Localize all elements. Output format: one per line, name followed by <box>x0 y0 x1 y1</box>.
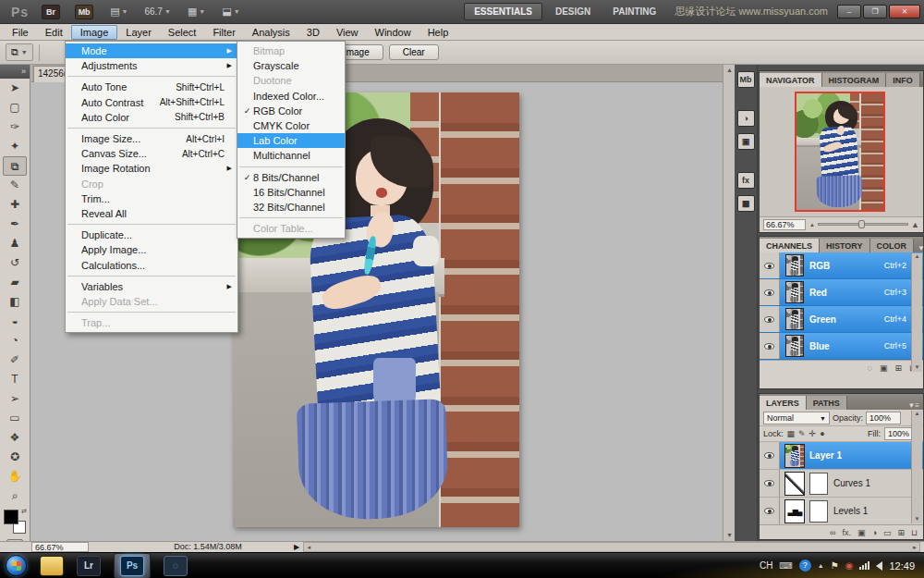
marquee-tool[interactable]: ▢ <box>3 98 27 117</box>
layer-mask-thumbnail[interactable] <box>809 500 828 523</box>
tab-color[interactable]: COLOR <box>870 239 915 252</box>
tab-info[interactable]: INFO <box>886 73 920 87</box>
menu-item-multichannel[interactable]: Multichannel <box>237 148 345 163</box>
visibility-toggle[interactable] <box>760 279 780 305</box>
menu-item-mode[interactable]: Mode ▶ <box>66 43 237 58</box>
menu-item-adjustments[interactable]: Adjustments ▶ <box>66 58 237 73</box>
blend-mode-dropdown[interactable]: Normal ▼ <box>763 412 830 424</box>
network-signal-icon[interactable] <box>859 561 869 570</box>
menu-analysis[interactable]: Analysis <box>244 26 298 39</box>
panel-scrollbar[interactable]: ▲ ▼ <box>911 411 922 523</box>
lightroom-taskbar-icon[interactable]: Lr <box>77 556 101 576</box>
layer-mask-thumbnail[interactable] <box>809 473 828 495</box>
tools-collapse-button[interactable]: » <box>0 65 30 79</box>
scroll-right-icon[interactable]: ► <box>912 545 918 550</box>
add-mask-icon[interactable]: ▣ <box>857 528 866 537</box>
workspace-design[interactable]: DESIGN <box>546 4 600 19</box>
shape-tool[interactable]: ▭ <box>3 409 27 428</box>
zoom-in-icon[interactable]: ▲ <box>911 220 919 229</box>
menu-item-indexed-color[interactable]: Indexed Color... <box>237 89 345 104</box>
workspace-painting[interactable]: PAINTING <box>603 4 665 19</box>
opacity-field[interactable]: 100% <box>866 412 901 424</box>
panel-menu-icon[interactable]: ▼≡ <box>914 244 924 252</box>
hand-tool[interactable]: ✋ <box>3 467 27 486</box>
menu-view[interactable]: View <box>328 26 367 39</box>
close-button[interactable]: ✕ <box>889 5 920 18</box>
bridge-button[interactable]: Br <box>42 5 60 19</box>
orbit-3d-tool[interactable]: ✪ <box>3 448 27 467</box>
history-brush-tool[interactable]: ↺ <box>3 253 27 273</box>
menu-item-cmyk-color[interactable]: CMYK Color <box>237 118 345 133</box>
save-selection-as-channel-icon[interactable]: ▣ <box>880 363 888 373</box>
panel-menu-icon[interactable]: ▼≡ <box>904 401 923 410</box>
visibility-toggle[interactable] <box>760 442 780 469</box>
clear-button[interactable]: Clear <box>389 44 439 60</box>
gradient-tool[interactable]: ◧ <box>3 292 27 312</box>
visibility-toggle[interactable] <box>760 470 780 497</box>
menu-item-image-size[interactable]: Image Size... Alt+Ctrl+I <box>66 131 237 146</box>
volume-icon[interactable] <box>876 561 882 571</box>
mini-bridge-panel-icon[interactable]: Mb <box>737 71 755 88</box>
navigator-proxy-view[interactable] <box>795 92 885 212</box>
menu-item-image-rotation[interactable]: Image Rotation ▶ <box>66 161 237 176</box>
menu-layer[interactable]: Layer <box>117 26 160 39</box>
rotate-3d-tool[interactable]: ❖ <box>3 428 27 448</box>
pen-tool[interactable]: ✐ <box>3 350 27 370</box>
load-channel-selection-icon[interactable]: ◌ <box>868 363 872 373</box>
navigator-zoom-field[interactable]: 66.67% <box>763 219 806 230</box>
arrange-documents-button[interactable]: ▦ ▼ <box>188 6 205 18</box>
zoom-slider-thumb[interactable] <box>858 220 865 228</box>
menu-3d[interactable]: 3D <box>298 26 328 39</box>
explorer-taskbar-icon[interactable] <box>40 556 64 576</box>
lock-position-icon[interactable]: ✛ <box>809 429 817 438</box>
zoom-slider[interactable] <box>818 223 908 226</box>
visibility-toggle[interactable] <box>760 333 780 359</box>
tab-channels[interactable]: CHANNELS <box>760 239 820 252</box>
path-selection-tool[interactable]: ➢ <box>3 389 27 409</box>
tab-histogram[interactable]: HISTOGRAM <box>822 73 887 87</box>
menu-item-auto-color[interactable]: Auto Color Shift+Ctrl+B <box>66 110 237 125</box>
eyedropper-tool[interactable]: ✎ <box>3 176 27 195</box>
brush-tool[interactable]: ✒ <box>3 215 27 234</box>
menu-item-apply-image[interactable]: Apply Image... <box>66 242 237 257</box>
layer-row-levels1[interactable]: ▃▆▄ Levels 1 <box>760 498 923 525</box>
media-tray-icon[interactable]: ◉ <box>845 560 854 571</box>
link-layers-icon[interactable]: ∞ <box>830 528 835 537</box>
status-options-icon[interactable]: ▶ <box>294 543 299 551</box>
channel-row-rgb[interactable]: RGB Ctrl+2 <box>760 252 923 279</box>
layer-row-curves1[interactable]: Curves 1 <box>760 470 923 498</box>
lock-pixels-icon[interactable]: ✎ <box>798 429 806 438</box>
channel-row-green[interactable]: Green Ctrl+4 <box>760 306 923 333</box>
new-layer-icon[interactable]: ⊞ <box>897 528 905 537</box>
crop-tool-preset[interactable]: ⧉ ▼ <box>6 43 33 61</box>
start-button[interactable] <box>6 555 27 576</box>
channel-row-red[interactable]: Red Ctrl+3 <box>760 279 923 306</box>
minimize-button[interactable]: – <box>837 5 861 18</box>
workspace-essentials[interactable]: ESSENTIALS <box>464 3 542 20</box>
panel-menu-icon[interactable]: ▼≡ <box>920 79 924 87</box>
clock[interactable]: 12:49 <box>889 560 915 572</box>
menu-select[interactable]: Select <box>160 26 205 39</box>
new-channel-icon[interactable]: ⊞ <box>894 363 902 373</box>
spot-healing-tool[interactable]: ✚ <box>3 195 27 215</box>
blur-tool[interactable]: ◒ <box>3 312 27 331</box>
menu-item-lab-color[interactable]: Lab Color <box>237 133 345 148</box>
menu-item-trim[interactable]: Trim... <box>66 191 237 206</box>
visibility-toggle[interactable] <box>760 252 780 278</box>
status-zoom-field[interactable]: 66.67% <box>31 542 89 552</box>
styles-panel-icon[interactable]: fx <box>737 172 755 189</box>
channel-row-blue[interactable]: Blue Ctrl+5 <box>760 333 923 360</box>
foreground-color-swatch[interactable] <box>4 510 18 524</box>
help-tray-icon[interactable]: ? <box>799 560 811 572</box>
dodge-tool[interactable]: ◔ <box>3 331 27 350</box>
restore-button[interactable]: ❐ <box>863 5 887 18</box>
lock-all-icon[interactable]: ● <box>820 429 824 438</box>
menu-item-duplicate[interactable]: Duplicate... <box>66 228 237 242</box>
layer-style-icon[interactable]: fx. <box>842 528 851 537</box>
menu-item-canvas-size[interactable]: Canvas Size... Alt+Ctrl+C <box>66 146 237 161</box>
panel-scrollbar[interactable]: ▲ ▼ <box>911 253 922 372</box>
vertical-scrollbar[interactable]: ▲ ▼ <box>723 65 735 541</box>
new-adjustment-layer-icon[interactable]: ◑ <box>871 528 876 537</box>
photoshop-taskbar-button[interactable]: Ps <box>114 553 151 578</box>
menu-item-rgb-color[interactable]: ✓ RGB Color <box>237 104 345 118</box>
